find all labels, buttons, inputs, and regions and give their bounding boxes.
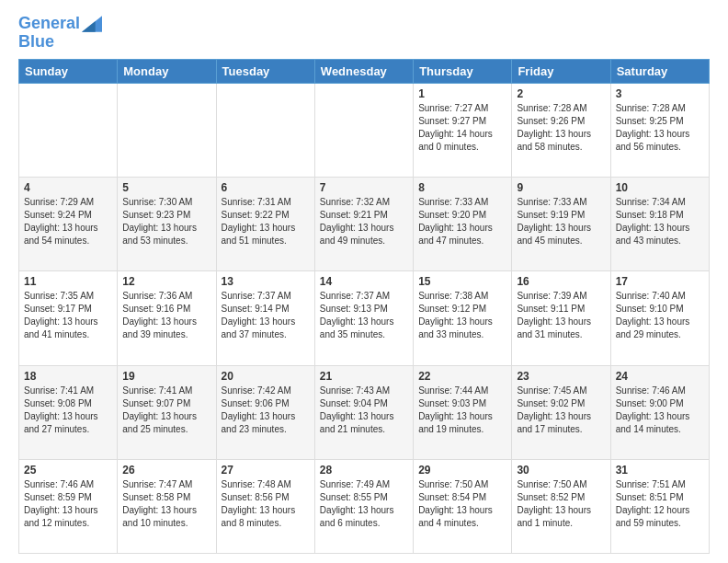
day-info: Sunrise: 7:31 AM Sunset: 9:22 PM Dayligh…: [222, 196, 310, 247]
logo-text: General: [18, 15, 80, 33]
day-number: 25: [24, 464, 112, 477]
calendar: SundayMondayTuesdayWednesdayThursdayFrid…: [18, 59, 710, 554]
day-cell: 12Sunrise: 7:36 AM Sunset: 9:16 PM Dayli…: [118, 271, 216, 365]
day-info: Sunrise: 7:32 AM Sunset: 9:21 PM Dayligh…: [320, 196, 408, 247]
logo-line2: Blue: [18, 33, 102, 50]
day-cell: [118, 83, 216, 177]
day-number: 12: [122, 275, 210, 288]
day-number: 26: [122, 464, 210, 477]
day-number: 3: [616, 87, 704, 100]
weekday-thursday: Thursday: [414, 59, 512, 83]
day-number: 11: [24, 275, 112, 288]
calendar-body: 1Sunrise: 7:27 AM Sunset: 9:27 PM Daylig…: [19, 83, 710, 553]
weekday-monday: Monday: [118, 59, 216, 83]
day-cell: 31Sunrise: 7:51 AM Sunset: 8:51 PM Dayli…: [610, 459, 709, 553]
day-number: 28: [320, 464, 408, 477]
day-info: Sunrise: 7:28 AM Sunset: 9:26 PM Dayligh…: [517, 102, 605, 154]
day-info: Sunrise: 7:43 AM Sunset: 9:04 PM Dayligh…: [320, 385, 408, 436]
day-info: Sunrise: 7:50 AM Sunset: 8:52 PM Dayligh…: [517, 478, 605, 530]
svg-marker-1: [82, 21, 96, 32]
day-number: 19: [122, 370, 210, 383]
day-cell: 22Sunrise: 7:44 AM Sunset: 9:03 PM Dayli…: [414, 365, 512, 459]
day-info: Sunrise: 7:45 AM Sunset: 9:02 PM Dayligh…: [517, 385, 605, 436]
weekday-sunday: Sunday: [19, 59, 118, 83]
day-info: Sunrise: 7:37 AM Sunset: 9:14 PM Dayligh…: [222, 290, 310, 341]
day-number: 5: [122, 181, 210, 194]
day-info: Sunrise: 7:50 AM Sunset: 8:54 PM Dayligh…: [418, 478, 506, 530]
day-number: 18: [24, 370, 112, 383]
day-info: Sunrise: 7:49 AM Sunset: 8:55 PM Dayligh…: [320, 478, 408, 530]
day-info: Sunrise: 7:29 AM Sunset: 9:24 PM Dayligh…: [24, 196, 112, 247]
weekday-tuesday: Tuesday: [216, 59, 314, 83]
day-number: 1: [418, 87, 506, 100]
day-number: 16: [517, 275, 605, 288]
day-info: Sunrise: 7:51 AM Sunset: 8:51 PM Dayligh…: [616, 478, 704, 530]
day-number: 2: [517, 87, 605, 100]
day-cell: 6Sunrise: 7:31 AM Sunset: 9:22 PM Daylig…: [216, 178, 314, 271]
day-info: Sunrise: 7:40 AM Sunset: 9:10 PM Dayligh…: [616, 290, 704, 341]
day-cell: 24Sunrise: 7:46 AM Sunset: 9:00 PM Dayli…: [610, 365, 709, 459]
day-number: 14: [320, 275, 408, 288]
week-row-0: 1Sunrise: 7:27 AM Sunset: 9:27 PM Daylig…: [19, 83, 710, 177]
day-info: Sunrise: 7:33 AM Sunset: 9:20 PM Dayligh…: [418, 196, 506, 247]
day-info: Sunrise: 7:46 AM Sunset: 9:00 PM Dayligh…: [616, 385, 704, 436]
day-number: 9: [517, 181, 605, 194]
week-row-1: 4Sunrise: 7:29 AM Sunset: 9:24 PM Daylig…: [19, 178, 710, 271]
day-info: Sunrise: 7:42 AM Sunset: 9:06 PM Dayligh…: [222, 385, 310, 436]
day-cell: 10Sunrise: 7:34 AM Sunset: 9:18 PM Dayli…: [610, 178, 709, 271]
day-info: Sunrise: 7:36 AM Sunset: 9:16 PM Dayligh…: [122, 290, 210, 341]
day-cell: 14Sunrise: 7:37 AM Sunset: 9:13 PM Dayli…: [314, 271, 413, 365]
week-row-4: 25Sunrise: 7:46 AM Sunset: 8:59 PM Dayli…: [19, 459, 710, 553]
day-info: Sunrise: 7:38 AM Sunset: 9:12 PM Dayligh…: [418, 290, 506, 341]
day-number: 22: [418, 370, 506, 383]
weekday-friday: Friday: [512, 59, 610, 83]
day-number: 27: [222, 464, 310, 477]
page-header: General Blue: [18, 15, 710, 50]
day-cell: 30Sunrise: 7:50 AM Sunset: 8:52 PM Dayli…: [512, 459, 610, 553]
day-info: Sunrise: 7:44 AM Sunset: 9:03 PM Dayligh…: [418, 385, 506, 436]
logo-icon: [82, 16, 102, 32]
day-number: 21: [320, 370, 408, 383]
day-number: 10: [616, 181, 704, 194]
day-cell: 15Sunrise: 7:38 AM Sunset: 9:12 PM Dayli…: [414, 271, 512, 365]
day-cell: 27Sunrise: 7:48 AM Sunset: 8:56 PM Dayli…: [216, 459, 314, 553]
day-cell: 20Sunrise: 7:42 AM Sunset: 9:06 PM Dayli…: [216, 365, 314, 459]
day-cell: 26Sunrise: 7:47 AM Sunset: 8:58 PM Dayli…: [118, 459, 216, 553]
day-number: 7: [320, 181, 408, 194]
day-cell: 25Sunrise: 7:46 AM Sunset: 8:59 PM Dayli…: [19, 459, 118, 553]
logo: General Blue: [18, 15, 102, 50]
day-info: Sunrise: 7:35 AM Sunset: 9:17 PM Dayligh…: [24, 290, 112, 341]
day-cell: 4Sunrise: 7:29 AM Sunset: 9:24 PM Daylig…: [19, 178, 118, 271]
day-number: 15: [418, 275, 506, 288]
day-cell: 21Sunrise: 7:43 AM Sunset: 9:04 PM Dayli…: [314, 365, 413, 459]
day-number: 31: [616, 464, 704, 477]
day-cell: 19Sunrise: 7:41 AM Sunset: 9:07 PM Dayli…: [118, 365, 216, 459]
weekday-wednesday: Wednesday: [314, 59, 413, 83]
day-number: 20: [222, 370, 310, 383]
day-info: Sunrise: 7:47 AM Sunset: 8:58 PM Dayligh…: [122, 478, 210, 530]
day-info: Sunrise: 7:34 AM Sunset: 9:18 PM Dayligh…: [616, 196, 704, 247]
day-cell: 23Sunrise: 7:45 AM Sunset: 9:02 PM Dayli…: [512, 365, 610, 459]
weekday-saturday: Saturday: [610, 59, 709, 83]
day-info: Sunrise: 7:41 AM Sunset: 9:07 PM Dayligh…: [122, 385, 210, 436]
day-cell: 18Sunrise: 7:41 AM Sunset: 9:08 PM Dayli…: [19, 365, 118, 459]
day-number: 4: [24, 181, 112, 194]
day-cell: 8Sunrise: 7:33 AM Sunset: 9:20 PM Daylig…: [414, 178, 512, 271]
day-cell: [19, 83, 118, 177]
day-cell: 29Sunrise: 7:50 AM Sunset: 8:54 PM Dayli…: [414, 459, 512, 553]
day-cell: 17Sunrise: 7:40 AM Sunset: 9:10 PM Dayli…: [610, 271, 709, 365]
day-number: 8: [418, 181, 506, 194]
day-cell: 1Sunrise: 7:27 AM Sunset: 9:27 PM Daylig…: [414, 83, 512, 177]
day-number: 23: [517, 370, 605, 383]
day-cell: 16Sunrise: 7:39 AM Sunset: 9:11 PM Dayli…: [512, 271, 610, 365]
day-info: Sunrise: 7:28 AM Sunset: 9:25 PM Dayligh…: [616, 102, 704, 154]
day-cell: 7Sunrise: 7:32 AM Sunset: 9:21 PM Daylig…: [314, 178, 413, 271]
day-info: Sunrise: 7:37 AM Sunset: 9:13 PM Dayligh…: [320, 290, 408, 341]
weekday-header-row: SundayMondayTuesdayWednesdayThursdayFrid…: [19, 59, 710, 83]
day-cell: [314, 83, 413, 177]
day-info: Sunrise: 7:39 AM Sunset: 9:11 PM Dayligh…: [517, 290, 605, 341]
day-cell: 3Sunrise: 7:28 AM Sunset: 9:25 PM Daylig…: [610, 83, 709, 177]
week-row-2: 11Sunrise: 7:35 AM Sunset: 9:17 PM Dayli…: [19, 271, 710, 365]
day-cell: 9Sunrise: 7:33 AM Sunset: 9:19 PM Daylig…: [512, 178, 610, 271]
day-number: 17: [616, 275, 704, 288]
